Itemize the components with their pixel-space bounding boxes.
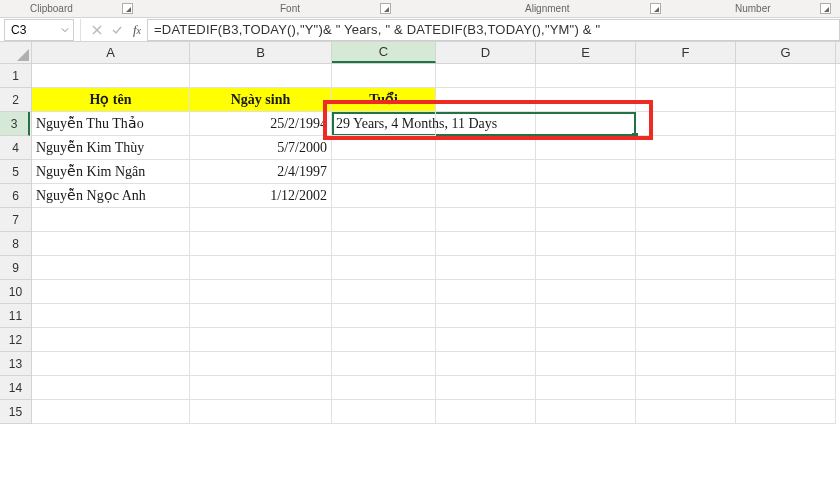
cell-E12[interactable] [536, 328, 636, 352]
cell-A5[interactable]: Nguyễn Kim Ngân [32, 160, 190, 184]
cell-B4[interactable]: 5/7/2000 [190, 136, 332, 160]
cell-E4[interactable] [536, 136, 636, 160]
cell-F15[interactable] [636, 400, 736, 424]
cell-A11[interactable] [32, 304, 190, 328]
cell-D10[interactable] [436, 280, 536, 304]
cell-B9[interactable] [190, 256, 332, 280]
cell-F14[interactable] [636, 376, 736, 400]
cell-E2[interactable] [536, 88, 636, 112]
cell-G12[interactable] [736, 328, 836, 352]
cell-C11[interactable] [332, 304, 436, 328]
cell-C4[interactable] [332, 136, 436, 160]
cell-D6[interactable] [436, 184, 536, 208]
cell-G8[interactable] [736, 232, 836, 256]
cell-D4[interactable] [436, 136, 536, 160]
dialog-launcher-alignment[interactable] [650, 3, 661, 14]
formula-input[interactable]: =DATEDIF(B3,TODAY(),"Y")& " Years, " & D… [147, 19, 840, 41]
cell-F1[interactable] [636, 64, 736, 88]
row-header-6[interactable]: 6 [0, 184, 31, 208]
cell-D7[interactable] [436, 208, 536, 232]
row-header-8[interactable]: 8 [0, 232, 31, 256]
cell-B2[interactable]: Ngày sinh [190, 88, 332, 112]
column-header-b[interactable]: B [190, 42, 332, 63]
cell-E1[interactable] [536, 64, 636, 88]
cell-E5[interactable] [536, 160, 636, 184]
name-box-dropdown[interactable] [59, 21, 71, 39]
row-header-9[interactable]: 9 [0, 256, 31, 280]
cell-D2[interactable] [436, 88, 536, 112]
cell-E11[interactable] [536, 304, 636, 328]
row-header-4[interactable]: 4 [0, 136, 31, 160]
cell-F7[interactable] [636, 208, 736, 232]
dialog-launcher-clipboard[interactable] [122, 3, 133, 14]
cell-D14[interactable] [436, 376, 536, 400]
name-box[interactable]: C3 [4, 19, 74, 41]
cell-E13[interactable] [536, 352, 636, 376]
cell-G7[interactable] [736, 208, 836, 232]
row-header-2[interactable]: 2 [0, 88, 31, 112]
row-header-13[interactable]: 13 [0, 352, 31, 376]
cell-E10[interactable] [536, 280, 636, 304]
cell-C7[interactable] [332, 208, 436, 232]
cell-D13[interactable] [436, 352, 536, 376]
cell-B6[interactable]: 1/12/2002 [190, 184, 332, 208]
cell-G3[interactable] [736, 112, 836, 136]
row-header-15[interactable]: 15 [0, 400, 31, 424]
cell-A13[interactable] [32, 352, 190, 376]
cancel-formula-button[interactable] [87, 19, 107, 41]
cell-C3[interactable]: 29 Years, 4 Months, 11 Days [332, 112, 436, 136]
cell-F2[interactable] [636, 88, 736, 112]
cell-E6[interactable] [536, 184, 636, 208]
row-header-7[interactable]: 7 [0, 208, 31, 232]
column-header-d[interactable]: D [436, 42, 536, 63]
cell-E14[interactable] [536, 376, 636, 400]
cell-B11[interactable] [190, 304, 332, 328]
cell-C1[interactable] [332, 64, 436, 88]
column-header-g[interactable]: G [736, 42, 836, 63]
cell-F8[interactable] [636, 232, 736, 256]
cell-C6[interactable] [332, 184, 436, 208]
cell-F3[interactable] [636, 112, 736, 136]
cell-B13[interactable] [190, 352, 332, 376]
cell-C2[interactable]: Tuổi [332, 88, 436, 112]
column-header-c[interactable]: C [332, 42, 436, 63]
cell-D15[interactable] [436, 400, 536, 424]
cell-G11[interactable] [736, 304, 836, 328]
insert-function-button[interactable]: fx [127, 19, 147, 41]
cell-F12[interactable] [636, 328, 736, 352]
cell-E7[interactable] [536, 208, 636, 232]
cell-F5[interactable] [636, 160, 736, 184]
cell-G2[interactable] [736, 88, 836, 112]
cell-E8[interactable] [536, 232, 636, 256]
cell-G9[interactable] [736, 256, 836, 280]
column-header-e[interactable]: E [536, 42, 636, 63]
cell-C10[interactable] [332, 280, 436, 304]
cell-G14[interactable] [736, 376, 836, 400]
cell-G4[interactable] [736, 136, 836, 160]
row-header-11[interactable]: 11 [0, 304, 31, 328]
cell-A7[interactable] [32, 208, 190, 232]
cell-C5[interactable] [332, 160, 436, 184]
cell-F9[interactable] [636, 256, 736, 280]
cell-A2[interactable]: Họ tên [32, 88, 190, 112]
cell-A14[interactable] [32, 376, 190, 400]
cell-B7[interactable] [190, 208, 332, 232]
cell-B10[interactable] [190, 280, 332, 304]
cell-B12[interactable] [190, 328, 332, 352]
enter-formula-button[interactable] [107, 19, 127, 41]
row-header-14[interactable]: 14 [0, 376, 31, 400]
cell-A1[interactable] [32, 64, 190, 88]
cell-F4[interactable] [636, 136, 736, 160]
cell-E15[interactable] [536, 400, 636, 424]
column-header-a[interactable]: A [32, 42, 190, 63]
cell-C13[interactable] [332, 352, 436, 376]
cell-C8[interactable] [332, 232, 436, 256]
cell-B8[interactable] [190, 232, 332, 256]
cell-B14[interactable] [190, 376, 332, 400]
cell-grid[interactable]: Họ tênNgày sinhTuổiNguyễn Thu Thảo25/2/1… [32, 64, 836, 424]
cell-F10[interactable] [636, 280, 736, 304]
cell-G10[interactable] [736, 280, 836, 304]
cell-B15[interactable] [190, 400, 332, 424]
cell-A10[interactable] [32, 280, 190, 304]
dialog-launcher-font[interactable] [380, 3, 391, 14]
